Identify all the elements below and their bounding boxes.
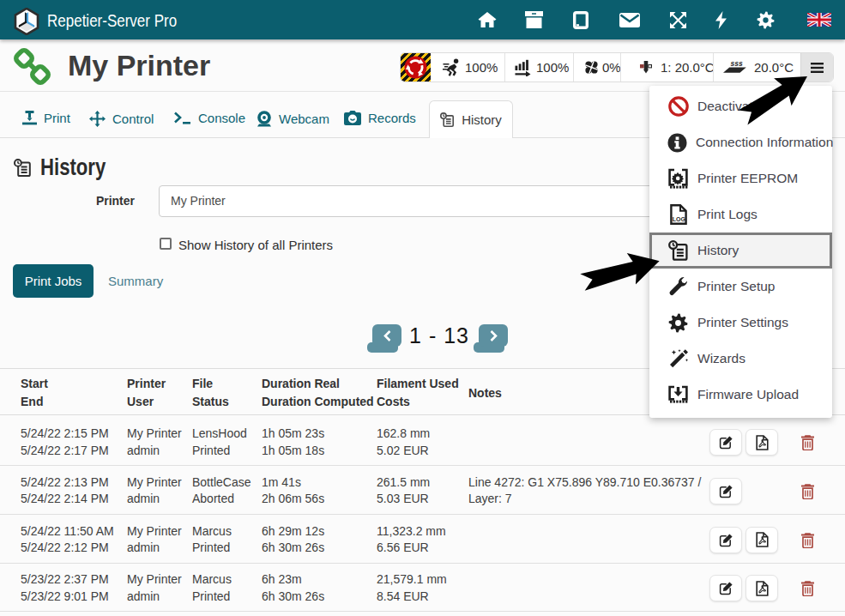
svg-text:LOG: LOG bbox=[672, 216, 685, 222]
